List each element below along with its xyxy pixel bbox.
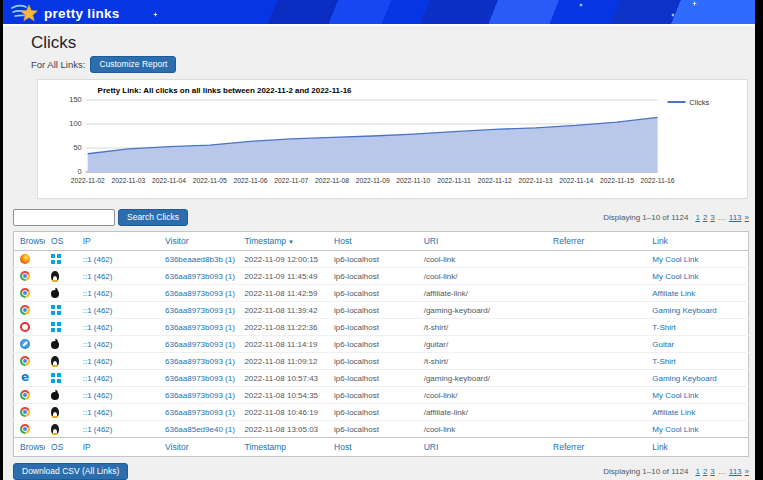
- column-header-visitor[interactable]: Visitor: [159, 232, 238, 251]
- pretty-link-name[interactable]: My Cool Link: [652, 272, 698, 281]
- pretty-link-name[interactable]: My Cool Link: [652, 255, 698, 264]
- pretty-link-name[interactable]: Guitar: [652, 340, 674, 349]
- svg-text:150: 150: [69, 95, 81, 104]
- ip-link[interactable]: ::1 (462): [83, 340, 113, 349]
- timestamp-cell: 2022-11-08 11:09:12: [238, 353, 328, 370]
- page-content: Clicks For All Links: Customize Report 0…: [3, 26, 755, 480]
- pretty-link-name[interactable]: T-Shirt: [652, 357, 676, 366]
- visitor-link[interactable]: 636aa8973b093 (1): [165, 357, 235, 366]
- pretty-link-name[interactable]: My Cool Link: [652, 425, 698, 434]
- visitor-link[interactable]: 636aa8973b093 (1): [165, 374, 235, 383]
- os-cell: [45, 251, 77, 268]
- last-page-link[interactable]: 113: [729, 213, 742, 222]
- svg-text:2022-11-09: 2022-11-09: [356, 177, 390, 184]
- download-csv-button[interactable]: Download CSV (All Links): [13, 463, 128, 480]
- page-link[interactable]: 1: [695, 213, 699, 222]
- timestamp-cell: 2022-11-08 11:39:42: [238, 302, 328, 319]
- brand-logo[interactable]: pretty links: [11, 3, 120, 23]
- next-page-link[interactable]: »: [745, 213, 749, 222]
- app-header: pretty links: [3, 0, 755, 26]
- column-header-uri[interactable]: URI: [418, 232, 547, 251]
- page-link[interactable]: 3: [710, 467, 714, 476]
- pretty-link-name[interactable]: My Cool Link: [652, 391, 698, 400]
- ip-cell: ::1 (462): [77, 370, 159, 387]
- ip-cell: ::1 (462): [77, 302, 159, 319]
- visitor-link[interactable]: 636beaaed8b3b (1): [165, 255, 235, 264]
- table-row: ::1 (462)636aa8973b093 (1)2022-11-08 11:…: [14, 336, 749, 353]
- search-clicks-button[interactable]: Search Clicks: [118, 209, 188, 226]
- ip-cell: ::1 (462): [77, 353, 159, 370]
- ip-link[interactable]: ::1 (462): [83, 408, 113, 417]
- scope-label: For All Links:: [31, 59, 85, 70]
- next-page-link[interactable]: »: [745, 467, 749, 476]
- column-header-host[interactable]: Host: [328, 232, 418, 251]
- uri-cell: /t-shirt/: [418, 319, 547, 336]
- pretty-link-name[interactable]: Affiliate Link: [652, 289, 695, 298]
- column-header-link[interactable]: Link: [646, 232, 748, 251]
- uri-cell: /affiliate-link/: [418, 285, 547, 302]
- page-link[interactable]: 2: [703, 213, 707, 222]
- column-header-os[interactable]: OS: [45, 232, 77, 251]
- ip-link[interactable]: ::1 (462): [83, 255, 113, 264]
- column-header-ip[interactable]: IP: [77, 232, 159, 251]
- pretty-link-name[interactable]: T-Shirt: [652, 323, 676, 332]
- ip-link[interactable]: ::1 (462): [83, 374, 113, 383]
- timestamp-cell: 2022-11-08 10:46:19: [238, 404, 328, 421]
- ip-link[interactable]: ::1 (462): [83, 357, 113, 366]
- link-cell: Gaming Keyboard: [646, 370, 748, 387]
- search-input[interactable]: [13, 209, 115, 226]
- visitor-link[interactable]: 636aa8973b093 (1): [165, 408, 235, 417]
- table-row: ::1 (462)636beaaed8b3b (1)2022-11-09 12:…: [14, 251, 749, 268]
- chrome-icon: [20, 390, 30, 400]
- table-row: ::1 (462)636aa8973b093 (1)2022-11-08 11:…: [14, 285, 749, 302]
- customize-report-button[interactable]: Customize Report: [90, 56, 176, 73]
- os-cell: [45, 421, 77, 438]
- visitor-cell: 636aa85ed9e40 (1): [159, 421, 238, 438]
- page-link[interactable]: 2: [703, 467, 707, 476]
- ip-cell: ::1 (462): [77, 285, 159, 302]
- ip-link[interactable]: ::1 (462): [83, 425, 113, 434]
- ip-link[interactable]: ::1 (462): [83, 323, 113, 332]
- visitor-cell: 636aa8973b093 (1): [159, 268, 238, 285]
- table-header-row: Browser OS IP Visitor Timestamp▼ Host UR…: [14, 232, 749, 251]
- visitor-link[interactable]: 636aa8973b093 (1): [165, 272, 235, 281]
- pretty-link-name[interactable]: Gaming Keyboard: [652, 306, 716, 315]
- column-header-browser[interactable]: Browser: [14, 232, 46, 251]
- visitor-link[interactable]: 636aa8973b093 (1): [165, 306, 235, 315]
- logo-text: pretty links: [44, 6, 120, 21]
- column-header-referrer[interactable]: Referrer: [547, 232, 646, 251]
- last-page-link[interactable]: 113: [729, 467, 742, 476]
- link-cell: Affiliate Link: [646, 285, 748, 302]
- os-cell: [45, 370, 77, 387]
- browser-cell: [14, 353, 46, 370]
- visitor-link[interactable]: 636aa8973b093 (1): [165, 289, 235, 298]
- host-cell: ip6-localhost: [328, 302, 418, 319]
- visitor-link[interactable]: 636aa8973b093 (1): [165, 323, 235, 332]
- ip-cell: ::1 (462): [77, 404, 159, 421]
- uri-cell: /guitar/: [418, 336, 547, 353]
- visitor-cell: 636aa8973b093 (1): [159, 336, 238, 353]
- column-header-timestamp[interactable]: Timestamp▼: [238, 232, 328, 251]
- visitor-link[interactable]: 636aa8973b093 (1): [165, 391, 235, 400]
- visitor-link[interactable]: 636aa8973b093 (1): [165, 340, 235, 349]
- uri-cell: /cool-link: [418, 421, 547, 438]
- ip-link[interactable]: ::1 (462): [83, 272, 113, 281]
- host-cell: ip6-localhost: [328, 268, 418, 285]
- screen-edge-right: [755, 0, 763, 480]
- browser-cell: [14, 387, 46, 404]
- visitor-cell: 636aa8973b093 (1): [159, 302, 238, 319]
- os-cell: [45, 302, 77, 319]
- page-link[interactable]: 1: [695, 467, 699, 476]
- pagination-ellipsis: …: [718, 467, 726, 476]
- link-cell: My Cool Link: [646, 387, 748, 404]
- page-link[interactable]: 3: [710, 213, 714, 222]
- uri-cell: /gaming-keyboard/: [418, 370, 547, 387]
- ip-link[interactable]: ::1 (462): [83, 289, 113, 298]
- pretty-link-name[interactable]: Gaming Keyboard: [652, 374, 716, 383]
- logo-star-icon: [11, 3, 39, 23]
- uri-cell: /t-shirt/: [418, 353, 547, 370]
- visitor-link[interactable]: 636aa85ed9e40 (1): [165, 425, 235, 434]
- pretty-link-name[interactable]: Affiliate Link: [652, 408, 695, 417]
- ip-link[interactable]: ::1 (462): [83, 306, 113, 315]
- ip-link[interactable]: ::1 (462): [83, 391, 113, 400]
